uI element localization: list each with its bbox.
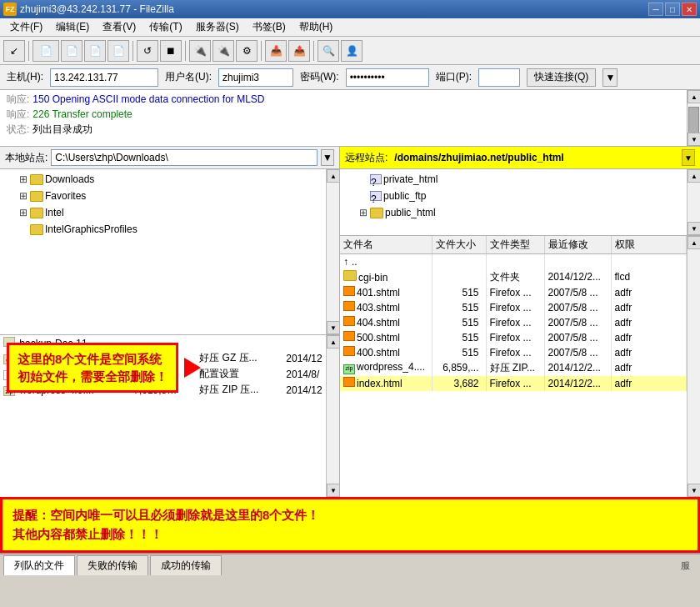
col-filename: 文件名 [340, 236, 432, 254]
local-scroll-down[interactable]: ▼ [327, 484, 339, 497]
tree-label-intel: Intel [45, 205, 64, 220]
remote-panel-header: 远程站点: ▼ [340, 147, 700, 169]
toolbar-btn-3[interactable]: 📄 [61, 40, 82, 62]
remote-tree-private[interactable]: ? private_html [340, 171, 700, 188]
maximize-button[interactable]: □ [665, 3, 680, 16]
menu-server[interactable]: 服务器(S) [189, 18, 246, 36]
remote-file-row-0[interactable]: ↑.. [340, 254, 687, 269]
remote-file-row-3[interactable]: 403.shtml 515 Firefox ... 2007/5/8 ... a… [340, 300, 687, 315]
remote-cell-perms-8: adfr [611, 376, 687, 391]
toolbar-btn-5[interactable]: 📄 [108, 40, 129, 62]
tree-scroll-down[interactable]: ▼ [327, 321, 339, 334]
local-file-type-4: 好压 ZIP 压... [196, 382, 282, 398]
col-filesize: 文件大小 [432, 236, 486, 254]
tree-item-igp[interactable]: IntelGraphicsProfiles [0, 221, 339, 238]
tree-item-favorites[interactable]: ⊞ Favorites [0, 188, 339, 204]
remote-cell-size-4: 515 [432, 315, 486, 330]
remote-cell-size-8: 3,682 [432, 376, 486, 391]
tab-queue[interactable]: 列队的文件 [3, 555, 75, 575]
remote-cell-size-7: 6,859,... [432, 360, 486, 376]
tree-label-downloads: Downloads [45, 172, 94, 187]
port-input[interactable] [478, 68, 520, 87]
tree-item-downloads[interactable]: ⊞ Downloads [0, 171, 339, 188]
remote-file-row-2[interactable]: 401.shtml 515 Firefox ... 2007/5/8 ... a… [340, 285, 687, 300]
remote-tree-public[interactable]: ⊞ public_html [340, 204, 700, 221]
toolbar-btn-6[interactable]: ↺ [137, 40, 158, 62]
log-scrollbar[interactable]: ▲ ▼ [687, 90, 700, 146]
remote-cell-name-2: 401.shtml [340, 285, 432, 300]
expand-icon-fav: ⊞ [17, 188, 30, 203]
host-label: 主机(H): [7, 70, 43, 84]
scrollbar-up[interactable]: ▲ [688, 90, 700, 103]
toolbar-btn-4[interactable]: 📄 [84, 40, 106, 62]
remote-file-row-4[interactable]: 404.shtml 515 Firefox ... 2007/5/8 ... a… [340, 315, 687, 330]
close-button[interactable]: ✕ [682, 3, 697, 16]
toolbar-sep-5 [313, 41, 314, 61]
remote-path-dropdown[interactable]: ▼ [682, 149, 695, 166]
menu-transfer[interactable]: 传输(T) [142, 18, 188, 36]
toolbar-btn-12[interactable]: 📤 [288, 40, 310, 62]
menu-bookmarks[interactable]: 书签(B) [246, 18, 292, 36]
toolbar-btn-2[interactable]: 📄 [32, 40, 59, 62]
toolbar-btn-9[interactable]: 🔌 [212, 40, 234, 62]
title-buttons: ─ □ ✕ [648, 3, 697, 16]
toolbar-btn-8[interactable]: 🔌 [189, 40, 211, 62]
remote-file-row-6[interactable]: 400.shtml 515 Firefox ... 2007/5/8 ... a… [340, 345, 687, 360]
toolbar-btn-11[interactable]: 📥 [265, 40, 287, 62]
local-scroll-up[interactable]: ▲ [327, 335, 339, 349]
menu-help[interactable]: 帮助(H) [292, 18, 340, 36]
remote-cell-date-0 [544, 254, 611, 269]
tree-item-intel[interactable]: ⊞ Intel [0, 204, 339, 221]
toolbar-btn-14[interactable]: 👤 [341, 40, 362, 62]
scrollbar-down[interactable]: ▼ [688, 133, 700, 146]
expand-icon: ⊞ [17, 172, 30, 187]
tree-scrollbar[interactable]: ▲ ▼ [326, 169, 339, 334]
toolbar-btn-13[interactable]: 🔍 [318, 40, 339, 62]
host-input[interactable] [50, 68, 158, 87]
local-panel-header: 本地站点: ▼ [0, 147, 339, 169]
remote-tree-scroll-down[interactable]: ▼ [688, 222, 700, 235]
col-filetype: 文件类型 [486, 236, 544, 254]
remote-tree-ftp[interactable]: ? public_ftp [340, 188, 700, 204]
remote-cell-type-7: 好压 ZIP... [486, 360, 544, 376]
user-input[interactable] [218, 68, 293, 87]
connect-dropdown[interactable]: ▼ [602, 68, 618, 87]
local-path-dropdown[interactable]: ▼ [321, 149, 334, 166]
remote-tree-scrollbar[interactable]: ▲ ▼ [687, 169, 700, 235]
toolbar-btn-1[interactable]: ↙ [3, 40, 25, 62]
window-title: zhujimi3@43.242.131.77 - FileZilla [20, 3, 174, 15]
annotation-arrow-1 [184, 358, 201, 378]
connect-button[interactable]: 快速连接(Q) [527, 68, 596, 87]
remote-path-input[interactable] [391, 149, 678, 166]
remote-scroll-up[interactable]: ▲ [688, 236, 700, 249]
tree-scroll-up[interactable]: ▲ [327, 169, 339, 183]
remote-cell-type-0 [486, 254, 544, 269]
pass-input[interactable] [346, 68, 429, 87]
tab-failed[interactable]: 失败的传输 [77, 555, 148, 575]
minimize-button[interactable]: ─ [648, 3, 663, 16]
remote-cell-perms-2: adfr [611, 285, 687, 300]
remote-scroll-down[interactable]: ▼ [688, 484, 700, 497]
log-label-1: 响应: [7, 92, 29, 107]
menu-view[interactable]: 查看(V) [96, 18, 142, 36]
remote-file-row-8[interactable]: index.html 3,682 Firefox ... 2014/12/2..… [340, 376, 687, 391]
menu-file[interactable]: 文件(F) [3, 18, 49, 36]
menu-bar: 文件(F) 编辑(E) 查看(V) 传输(T) 服务器(S) 书签(B) 帮助(… [0, 18, 700, 37]
remote-cell-name-6: 400.shtml [340, 345, 432, 360]
toolbar-sep-1 [28, 41, 29, 61]
tab-success[interactable]: 成功的传输 [150, 555, 222, 575]
local-list-scrollbar[interactable]: ▲ ▼ [326, 335, 339, 497]
local-path-input[interactable] [51, 149, 318, 166]
remote-file-row-5[interactable]: 500.shtml 515 Firefox ... 2007/5/8 ... a… [340, 330, 687, 345]
folder-icon [30, 174, 43, 185]
folder-icon-igp [30, 224, 43, 235]
remote-panel: 远程站点: ▼ ? private_html ? public_ftp ⊞ pu… [340, 147, 700, 497]
remote-file-row-1[interactable]: cgi-bin 文件夹 2014/12/2... flcd [340, 269, 687, 285]
remote-list-scrollbar[interactable]: ▲ ▼ [687, 236, 700, 497]
remote-cell-size-5: 515 [432, 330, 486, 345]
remote-tree-scroll-up[interactable]: ▲ [688, 169, 700, 183]
menu-edit[interactable]: 编辑(E) [49, 18, 96, 36]
remote-file-row-7[interactable]: zipwordpress_4.... 6,859,... 好压 ZIP... 2… [340, 360, 687, 376]
toolbar-btn-10[interactable]: ⚙ [236, 40, 258, 62]
toolbar-btn-7[interactable]: ⏹ [160, 40, 182, 62]
